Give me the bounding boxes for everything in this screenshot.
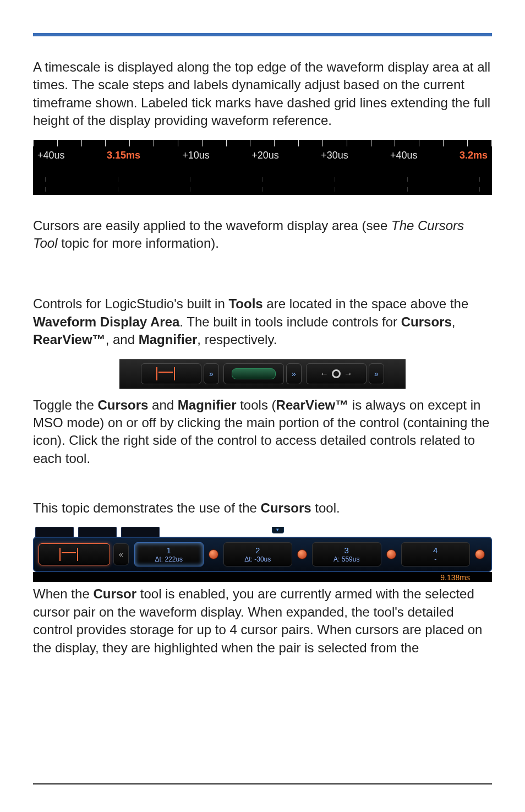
cursor-bar-tabs	[33, 527, 492, 537]
cursor-bar-figure: ▾ « 1 Δt: 222us 2 Δt: -30us 3 A: 559us 4…	[33, 527, 492, 582]
text: When the	[33, 586, 93, 601]
text-bold: Tools	[228, 296, 262, 311]
timescale-label: 3.15ms	[107, 150, 140, 161]
timescale-label: +10us	[182, 150, 210, 161]
cursor-pair-number: 3	[344, 546, 349, 555]
text: and	[148, 397, 177, 412]
timescale-label: +40us	[37, 150, 65, 161]
timescale-label: +30us	[321, 150, 348, 161]
cursor-pair-number: 2	[255, 546, 260, 555]
close-icon	[386, 549, 396, 559]
cursor-pair-delete[interactable]	[207, 542, 220, 566]
text: Cursors are easily applied to the wavefo…	[33, 218, 391, 233]
close-icon	[475, 549, 485, 559]
tools-row-figure: » » ← → »	[119, 359, 406, 389]
paragraph-cursors-ref: Cursors are easily applied to the wavefo…	[33, 217, 492, 253]
tab[interactable]	[35, 527, 74, 537]
footer-rule	[33, 783, 492, 784]
magnifier-icon: ← →	[320, 369, 353, 379]
text-bold: RearView™	[276, 397, 349, 412]
timescale-ticks	[33, 140, 492, 146]
cursor-pair-2[interactable]: 2 Δt: -30us	[223, 542, 293, 566]
text: are located in the space above the	[263, 296, 469, 311]
timescale-figure: +40us 3.15ms +10us +20us +30us +40us 3.2…	[33, 140, 492, 195]
magnifier-tool[interactable]: ← → »	[306, 363, 384, 384]
text: Controls for LogicStudio's built in	[33, 296, 228, 311]
cursor-tool-collapse[interactable]: «	[113, 543, 129, 565]
cursor-pair-value: Δt: -30us	[244, 555, 271, 563]
close-icon	[209, 549, 218, 559]
text-bold: Cursor	[93, 586, 136, 601]
cursor-pair-value: -	[434, 555, 436, 563]
text-bold: RearView™	[33, 332, 106, 347]
header-rule	[33, 33, 492, 36]
timescale-labels: +40us 3.15ms +10us +20us +30us +40us 3.2…	[33, 150, 492, 161]
paragraph-toggle: Toggle the Cursors and Magnifier tools (…	[33, 396, 492, 468]
text: Toggle the	[33, 397, 97, 412]
paragraph-tools-intro: Controls for LogicStudio's built in Tool…	[33, 295, 492, 348]
text: . The built in tools include controls fo…	[179, 314, 401, 329]
cursor-pair-number: 4	[433, 546, 438, 555]
paragraph-timescale-intro: A timescale is displayed along the top e…	[33, 58, 492, 130]
text: tools (	[237, 397, 276, 412]
cursor-pair-delete[interactable]	[385, 542, 398, 566]
text: , respectively.	[197, 332, 277, 347]
timescale-label: 3.2ms	[460, 150, 488, 161]
close-icon	[297, 549, 307, 559]
timescale-grid	[33, 175, 492, 195]
cursors-tool-main[interactable]	[141, 363, 201, 384]
text-bold: Magnifier	[139, 332, 198, 347]
cursor-bar: « 1 Δt: 222us 2 Δt: -30us 3 A: 559us 4 -	[33, 537, 492, 572]
cursor-pair-1[interactable]: 1 Δt: 222us	[134, 542, 204, 566]
cursors-icon	[152, 367, 190, 380]
cursor-pair-delete[interactable]	[473, 542, 486, 566]
rearview-tool[interactable]: »	[223, 363, 302, 384]
lens-icon	[332, 369, 341, 378]
cursor-pair-3[interactable]: 3 A: 559us	[312, 542, 381, 566]
text-bold: Cursors	[261, 500, 311, 515]
rearview-tool-main[interactable]	[223, 363, 284, 384]
text-bold: Cursors	[97, 397, 148, 412]
paragraph-cursors-topic: This topic demonstrates the use of the C…	[33, 499, 492, 517]
text-bold: Magnifier	[178, 397, 237, 412]
text-bold: Cursors	[401, 314, 452, 329]
cursors-icon	[55, 548, 94, 561]
rearview-icon	[232, 368, 276, 379]
cursor-pair-delete[interactable]	[296, 542, 309, 566]
cursor-tool-toggle[interactable]	[39, 543, 110, 565]
cursors-tool-expand[interactable]: »	[204, 363, 219, 384]
cursor-pair-value: Δt: 222us	[155, 555, 183, 563]
magnifier-tool-main[interactable]: ← →	[306, 363, 367, 384]
timescale-label: +40us	[390, 150, 418, 161]
text: topic for more information).	[57, 236, 218, 250]
magnifier-tool-expand[interactable]: »	[369, 363, 384, 384]
arrow-left-icon: ←	[320, 369, 329, 379]
text: tool.	[311, 500, 340, 515]
cursors-tool[interactable]: »	[141, 363, 219, 384]
text-bold: Waveform Display Area	[33, 314, 179, 329]
rearview-tool-expand[interactable]: »	[286, 363, 302, 384]
timescale-label: +20us	[251, 150, 279, 161]
tab[interactable]	[78, 527, 117, 537]
tab[interactable]	[121, 527, 160, 537]
text: This topic demonstrates the use of the	[33, 500, 261, 515]
text: ,	[452, 314, 456, 329]
cursor-bar-status: 9.138ms	[33, 572, 492, 582]
cursor-pair-value: A: 559us	[333, 555, 359, 563]
paragraph-cursor-detail: When the Cursor tool is enabled, you are…	[33, 585, 492, 657]
arrow-right-icon: →	[344, 369, 353, 379]
text: , and	[106, 332, 139, 347]
dropdown-toggle[interactable]: ▾	[272, 527, 284, 533]
cursor-pair-number: 1	[167, 546, 171, 555]
cursor-pair-4[interactable]: 4 -	[401, 542, 471, 566]
